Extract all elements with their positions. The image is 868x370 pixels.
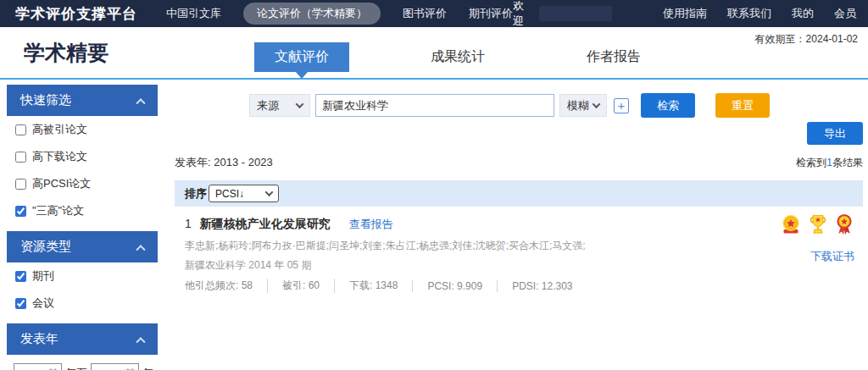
validity-value: 2024-01-02 [806, 33, 858, 45]
three-high-checkbox[interactable] [15, 206, 26, 217]
journal-checkbox[interactable] [15, 271, 26, 282]
field-select-value: 来源 [257, 98, 279, 113]
sort-select[interactable]: PCSI↓ [209, 185, 279, 202]
filter-three-high[interactable]: "三高"论文 [7, 197, 158, 224]
mode-select[interactable]: 模糊 [559, 94, 607, 117]
page: 学术评价支撑平台 中国引文库 论文评价（学术精要） 图书评价 期刊评价 欢迎 使… [0, 0, 868, 370]
top-navbar: 学术评价支撑平台 中国引文库 论文评价（学术精要） 图书评价 期刊评价 欢迎 使… [0, 0, 868, 27]
field-select[interactable]: 来源 [249, 94, 310, 117]
rosette-icon [834, 213, 854, 239]
filter-label: 期刊 [32, 268, 54, 284]
chevron-up-icon [136, 337, 145, 346]
nav-item-paper-eval[interactable]: 论文评价（学术精要） [243, 3, 381, 25]
result-title-link[interactable]: 新疆核桃产业化发展研究 [200, 217, 331, 232]
high-cited-checkbox[interactable] [15, 124, 26, 135]
plus-icon: + [618, 99, 626, 112]
result-title-row: 1 新疆核桃产业化发展研究 查看报告 [185, 217, 860, 232]
sort-bar: 排序 PCSI↓ [175, 180, 863, 207]
sort-select-value: PCSI↓ [215, 188, 244, 200]
chevron-down-icon [265, 188, 274, 196]
nav-item-journal-eval[interactable]: 期刊评价 [469, 6, 513, 21]
sidebar: 快速筛选 高被引论文 高下载论文 高PCSI论文 "三高"论文 [7, 85, 158, 370]
result-authors: 李忠新;杨莉玲;阿布力孜·巴斯提;闫圣坤;刘奎;朱占江;杨忠强;刘佳;沈晓贺;买… [185, 239, 727, 253]
year-from-input[interactable] [17, 367, 46, 370]
filter-conference[interactable]: 会议 [7, 290, 158, 317]
validity-date: 有效期至：2024-01-02 [755, 32, 858, 47]
high-pcsi-checkbox[interactable] [15, 179, 26, 190]
nav-item-book-eval[interactable]: 图书评价 [403, 6, 447, 21]
award-icons [780, 213, 854, 239]
publish-year-header[interactable]: 发表年 [7, 323, 158, 355]
quick-filter-section: 快速筛选 高被引论文 高下载论文 高PCSI论文 "三高"论文 [7, 85, 158, 224]
filter-label: 高被引论文 [32, 122, 87, 137]
filter-journal[interactable]: 期刊 [7, 262, 158, 290]
search-row: 来源 模糊 + 检索 重置 [249, 93, 863, 118]
result-index: 1 [185, 217, 192, 230]
filter-label: "三高"论文 [32, 203, 84, 218]
welcome-text: 欢迎 [513, 0, 532, 29]
stat-cited: 被引: 60 [267, 279, 320, 293]
search-input[interactable] [315, 94, 554, 117]
stat-downloads: 下载: 1348 [334, 279, 398, 293]
export-row: 导出 [175, 122, 863, 145]
export-button[interactable]: 导出 [807, 122, 863, 145]
result-stats: 他引总频次: 58 被引: 60 下载: 1348 PCSI: 9.909 PD… [185, 279, 860, 293]
year-between-label: 年至 [65, 366, 87, 370]
reset-button[interactable]: 重置 [715, 93, 770, 118]
nav-link-guide[interactable]: 使用指南 [663, 6, 707, 21]
view-report-link[interactable]: 查看报告 [349, 217, 393, 232]
tab-author-report[interactable]: 作者报告 [566, 42, 661, 72]
main-nav: 中国引文库 论文评价（学术精要） 图书评价 期刊评价 [166, 3, 513, 25]
publish-year-title: 发表年 [20, 331, 58, 347]
filter-label: 高下载论文 [32, 149, 87, 164]
tab-literature-eval[interactable]: 文献评价 [254, 42, 349, 72]
medal-icon [780, 213, 802, 239]
trophy-icon [808, 213, 828, 239]
resource-type-title: 资源类型 [20, 239, 71, 255]
navbar-right: 欢迎 使用指南 联系我们 我的 会员 [513, 0, 856, 29]
quick-filter-header[interactable]: 快速筛选 [7, 85, 158, 116]
search-button[interactable]: 检索 [641, 93, 695, 118]
add-condition-button[interactable]: + [614, 98, 629, 113]
mode-select-value: 模糊 [567, 98, 589, 113]
filter-label: 高PCSI论文 [32, 176, 91, 191]
result-count-number: 1 [826, 157, 832, 168]
tab-achievement-stats[interactable]: 成果统计 [410, 42, 505, 72]
info-row: 发表年: 2013 - 2023 检索到1条结果 [175, 155, 863, 170]
resource-type-header[interactable]: 资源类型 [7, 231, 158, 262]
nav-link-contact[interactable]: 联系我们 [727, 6, 771, 21]
brand-title: 学术评价支撑平台 [15, 4, 137, 24]
high-download-checkbox[interactable] [15, 152, 26, 163]
validity-label: 有效期至： [755, 33, 806, 45]
sort-label: 排序 [185, 186, 207, 202]
filter-high-pcsi[interactable]: 高PCSI论文 [7, 170, 158, 197]
quick-filter-title: 快速筛选 [20, 92, 71, 108]
download-certificate-link[interactable]: 下载证书 [810, 249, 854, 264]
stat-other-citations: 他引总频次: 58 [185, 279, 253, 293]
filter-label: 会议 [32, 295, 54, 311]
subheader: 学术精要 文献评价 成果统计 作者报告 有效期至：2024-01-02 [0, 27, 868, 80]
chevron-up-icon [136, 245, 145, 254]
chevron-up-icon [136, 98, 145, 108]
conference-checkbox[interactable] [15, 298, 26, 309]
stat-pdsi: PDSI: 12.303 [497, 280, 572, 292]
filter-high-download[interactable]: 高下载论文 [7, 143, 158, 170]
year-suffix-label: 年 [142, 366, 153, 370]
result-item: 1 新疆核桃产业化发展研究 查看报告 李忠新;杨莉玲;阿布力孜·巴斯提;闫圣坤;… [175, 207, 863, 293]
nav-item-citation-db[interactable]: 中国引文库 [166, 6, 221, 21]
content: 快速筛选 高被引论文 高下载论文 高PCSI论文 "三高"论文 [0, 80, 868, 370]
year-to-input[interactable] [94, 367, 123, 370]
welcome-area: 欢迎 [513, 0, 612, 29]
nav-link-member[interactable]: 会员 [834, 6, 856, 21]
year-range-row: 年至 年 [7, 355, 158, 370]
stat-pcsi: PCSI: 9.909 [412, 280, 482, 292]
result-count-prefix: 检索到 [796, 157, 826, 168]
result-count: 检索到1条结果 [796, 156, 863, 170]
main-content: 来源 模糊 + 检索 重置 导出 发表年: 2013 - 2023 检索到1条结… [158, 85, 868, 370]
nav-link-mine[interactable]: 我的 [792, 6, 814, 21]
resource-type-section: 资源类型 期刊 会议 [7, 231, 158, 317]
year-from-box [14, 363, 62, 370]
result-count-suffix: 条结果 [832, 157, 863, 168]
filter-high-cited[interactable]: 高被引论文 [7, 116, 158, 143]
chevron-down-icon [296, 100, 304, 108]
